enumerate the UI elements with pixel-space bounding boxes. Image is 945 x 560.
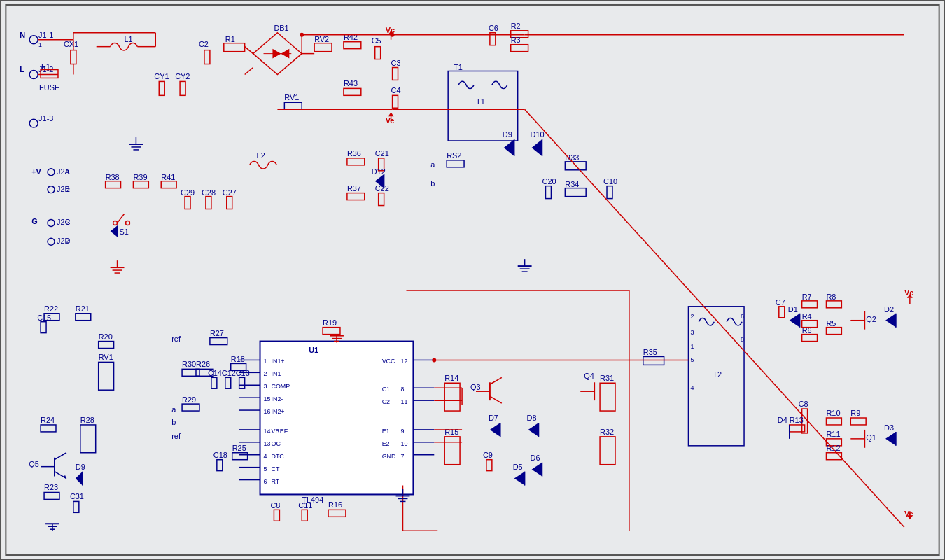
label-C9: C9: [483, 451, 493, 459]
label-D12: D12: [372, 167, 386, 176]
label-R38: R38: [106, 173, 120, 181]
label-R36: R36: [347, 149, 361, 158]
label-C15: C15: [37, 314, 51, 322]
label-C8: C8: [270, 501, 280, 510]
label-1: 1: [38, 41, 42, 48]
label-R10: R10: [826, 409, 840, 417]
svg-point-211: [300, 33, 304, 37]
label-R6: R6: [802, 326, 812, 335]
label-pin3: 3: [264, 383, 267, 390]
label-ref-mid: ref: [172, 335, 181, 343]
label-R27: R27: [210, 329, 224, 337]
label-C6: C6: [489, 24, 498, 32]
label-R25: R25: [232, 444, 246, 452]
label-pin2: 2: [264, 370, 267, 377]
label-D6: D6: [531, 454, 540, 462]
label-VREF: VREF: [271, 428, 288, 435]
label-L2: L2: [257, 151, 265, 160]
label-R13: R13: [790, 416, 804, 424]
label-R9: R9: [850, 409, 860, 417]
svg-point-209: [432, 358, 436, 362]
label-IN2minus: IN2+: [271, 408, 284, 415]
label-R34: R34: [565, 180, 579, 188]
label-C29: C29: [181, 188, 195, 197]
label-C28: C28: [202, 188, 216, 197]
label-R5: R5: [826, 319, 836, 328]
label-VCC-pin: VCC: [382, 358, 396, 365]
label-L: L: [20, 65, 24, 74]
label-R29: R29: [182, 396, 196, 404]
label-R4: R4: [802, 312, 812, 321]
label-pin9: 9: [401, 428, 405, 435]
label-D7: D7: [489, 414, 498, 422]
label-R22: R22: [44, 304, 58, 313]
label-RV1: RV1: [284, 93, 299, 102]
label-T2-1: 1: [690, 343, 694, 350]
label-C4: C4: [391, 86, 401, 94]
label-pin1: 1: [264, 358, 267, 365]
label-R2: R2: [511, 22, 521, 30]
label-C27: C27: [223, 188, 237, 197]
label-E2-pin: E2: [382, 440, 390, 447]
label-R12: R12: [826, 444, 840, 452]
label-D1: D1: [788, 305, 798, 314]
label-Q4: Q4: [584, 372, 594, 380]
label-U1: U1: [309, 346, 318, 354]
label-pin5: 5: [264, 465, 267, 472]
label-C3: C3: [391, 59, 401, 67]
label-IN2plus: IN2-: [271, 396, 283, 402]
label-a-mid: a: [172, 405, 176, 414]
label-CY2: CY2: [175, 72, 190, 80]
label-C2-pin: C2: [382, 398, 390, 405]
label-Q5: Q5: [29, 460, 39, 468]
label-pin10: 10: [401, 440, 408, 447]
label-D5: D5: [513, 463, 523, 471]
label-T2-2: 2: [690, 313, 694, 320]
label-T2-r8: 8: [741, 336, 744, 343]
label-FUSE: FUSE: [39, 83, 59, 92]
label-a: a: [430, 160, 435, 169]
label-L1: L1: [125, 35, 133, 43]
label-J1-1: J1-1: [38, 31, 53, 39]
label-Q3: Q3: [470, 383, 481, 391]
label-N: N: [20, 31, 25, 39]
label-C31: C31: [70, 492, 84, 500]
label-T2: T2: [713, 370, 722, 379]
label-IN1minus: IN1-: [271, 370, 283, 377]
label-R21: R21: [76, 304, 90, 313]
label-R41: R41: [161, 173, 175, 181]
schematic-diagram: N J1-1 1 L J1-2 J1-3 CX1 FUSE F1 L1 CY1: [0, 0, 945, 560]
label-R42: R42: [344, 33, 358, 41]
label-R18: R18: [231, 355, 245, 363]
label-pin14: 14: [264, 428, 271, 435]
label-C20: C20: [542, 177, 556, 186]
label-pin4: 4: [264, 453, 267, 460]
label-pin11: 11: [401, 398, 408, 405]
label-F1: F1: [41, 62, 50, 71]
label-R39: R39: [133, 173, 147, 181]
label-R15: R15: [444, 428, 458, 436]
label-OC: OC: [271, 440, 281, 447]
label-J1-3: J1-3: [38, 114, 53, 122]
label-DB1: DB1: [274, 24, 288, 32]
label-pin13: 13: [264, 440, 271, 447]
label-R16: R16: [328, 500, 342, 509]
label-plusV: +V: [31, 167, 41, 176]
label-R14: R14: [444, 374, 458, 382]
label-RV2: RV2: [314, 35, 329, 43]
label-C1-pin: C1: [382, 386, 390, 393]
label-Q1: Q1: [866, 433, 876, 442]
label-R35: R35: [643, 348, 657, 356]
label-G: G: [31, 217, 38, 225]
label-pin15: 15: [264, 396, 271, 402]
label-1a: 1: [66, 169, 70, 176]
label-R8: R8: [826, 293, 836, 301]
label-R24: R24: [41, 416, 55, 424]
label-pin12: 12: [401, 358, 408, 365]
label-D3: D3: [884, 424, 894, 432]
svg-point-210: [391, 33, 395, 37]
label-ref-bot: ref: [172, 432, 181, 440]
label-RS2: RS2: [447, 151, 461, 160]
label-R23: R23: [44, 483, 58, 491]
label-T2-4: 4: [690, 384, 694, 391]
